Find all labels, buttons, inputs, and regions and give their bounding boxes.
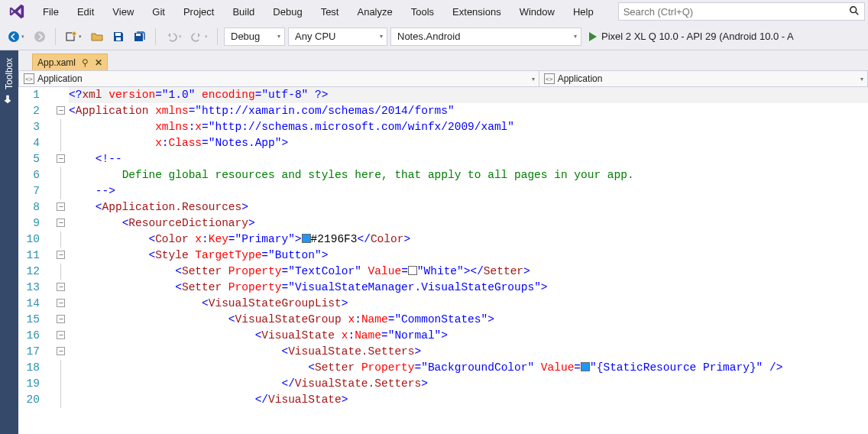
- menubar: FileEditViewGitProjectBuildDebugTestAnal…: [0, 0, 868, 23]
- undo-button[interactable]: ▾: [162, 27, 185, 47]
- svg-line-1: [856, 11, 859, 15]
- menu-build[interactable]: Build: [223, 2, 264, 21]
- menu-debug[interactable]: Debug: [264, 2, 311, 21]
- menu-file[interactable]: File: [34, 2, 68, 21]
- play-icon: [589, 32, 597, 41]
- menu-extensions[interactable]: Extensions: [443, 2, 510, 21]
- redo-button[interactable]: ▾: [188, 27, 211, 47]
- editor-navigation-bar: <> Application ▾ <> Application ▾: [18, 70, 868, 87]
- svg-point-0: [850, 6, 857, 12]
- quick-launch-search[interactable]: [618, 2, 865, 21]
- standard-toolbar: ▾ ▾ ▾ ▾ Debug▾ Any CPU▾ Notes.Android▾ P…: [0, 23, 868, 50]
- color-swatch: [302, 234, 311, 243]
- close-tab-icon[interactable]: ✕: [95, 57, 102, 68]
- menu-project[interactable]: Project: [174, 2, 223, 21]
- toolbox-icon: [3, 94, 16, 105]
- new-project-button[interactable]: ▾: [62, 27, 85, 47]
- nav-member-dropdown[interactable]: <> Application ▾: [539, 71, 867, 86]
- vs-logo-icon: [8, 2, 26, 21]
- nav-forward-button[interactable]: [31, 27, 49, 47]
- solution-config-dropdown[interactable]: Debug▾: [224, 28, 285, 46]
- toolbox-panel-tab[interactable]: Toolbox: [0, 50, 18, 434]
- code-editor[interactable]: 1234567891011121314151617181920 −−−−−−−−…: [18, 87, 868, 434]
- member-icon: <>: [544, 73, 555, 84]
- open-file-button[interactable]: [88, 27, 106, 47]
- svg-point-3: [34, 31, 45, 42]
- nav-scope-dropdown[interactable]: <> Application ▾: [19, 71, 539, 86]
- code-content[interactable]: <?xml version="1.0" encoding="utf-8" ?><…: [67, 87, 868, 434]
- color-swatch: [581, 362, 590, 371]
- menu-help[interactable]: Help: [564, 2, 603, 21]
- svg-rect-7: [116, 37, 121, 40]
- menu-git[interactable]: Git: [143, 2, 174, 21]
- svg-rect-6: [115, 33, 121, 36]
- debug-target-label: Pixel 2 XL Q 10.0 - API 29 (Android 10.0…: [601, 31, 794, 42]
- menu-test[interactable]: Test: [312, 2, 348, 21]
- menu-edit[interactable]: Edit: [68, 2, 103, 21]
- save-button[interactable]: [109, 27, 128, 47]
- svg-point-2: [8, 31, 19, 42]
- file-tab-app-xaml[interactable]: App.xaml ⚲ ✕: [32, 53, 108, 70]
- nav-back-button[interactable]: ▾: [5, 27, 28, 47]
- menu-view[interactable]: View: [103, 2, 143, 21]
- color-swatch: [408, 266, 417, 275]
- fold-gutter[interactable]: −−−−−−−−−−: [55, 87, 67, 434]
- menu-tools[interactable]: Tools: [402, 2, 443, 21]
- save-all-button[interactable]: [131, 27, 149, 47]
- menu-window[interactable]: Window: [510, 2, 564, 21]
- startup-project-dropdown[interactable]: Notes.Android▾: [390, 28, 581, 46]
- scope-icon: <>: [24, 73, 34, 84]
- search-icon: [849, 5, 860, 18]
- menu-analyze[interactable]: Analyze: [348, 2, 401, 21]
- pin-tab-icon[interactable]: ⚲: [82, 57, 89, 68]
- search-input[interactable]: [623, 6, 849, 18]
- start-debug-button[interactable]: Pixel 2 XL Q 10.0 - API 29 (Android 10.0…: [585, 31, 798, 42]
- menu-items: FileEditViewGitProjectBuildDebugTestAnal…: [34, 2, 603, 21]
- svg-rect-8: [136, 34, 141, 36]
- document-tab-well: App.xaml ⚲ ✕: [18, 50, 868, 70]
- solution-platform-dropdown[interactable]: Any CPU▾: [288, 28, 387, 46]
- line-number-gutter: 1234567891011121314151617181920: [18, 87, 55, 434]
- tab-filename: App.xaml: [37, 57, 76, 68]
